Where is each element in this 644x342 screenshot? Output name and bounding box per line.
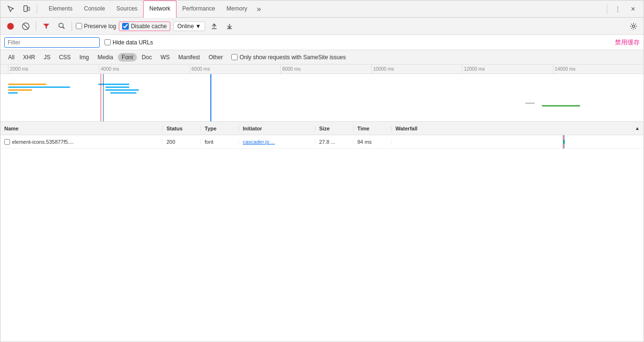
ruler-mark-1: 2000 ms [8, 64, 99, 74]
record-button[interactable] [4, 20, 17, 32]
hide-data-urls-label: Hide data URLs [113, 39, 153, 46]
td-waterfall [392, 135, 644, 149]
timeline-bar-blue-2 [8, 92, 18, 94]
td-time: 94 ms [353, 139, 392, 145]
network-throttle-select[interactable]: Online ▼ [173, 21, 206, 31]
row-initiator-link[interactable]: cascader.js:... [243, 139, 275, 145]
timeline-dark-blue-line [103, 74, 104, 122]
download-har-button[interactable] [223, 20, 236, 32]
th-initiator[interactable]: Initiator [239, 126, 315, 131]
row-name-value: element-icons.535877f5.... [12, 139, 74, 145]
th-type[interactable]: Type [201, 126, 239, 131]
svg-point-8 [633, 25, 635, 27]
svg-line-3 [23, 24, 28, 29]
disable-cache-checkbox[interactable] [122, 23, 129, 30]
online-label: Online [177, 23, 194, 30]
timeline-bar-blue-6 [110, 92, 136, 94]
row-size-value: 27.8 ... [319, 139, 335, 145]
row-select-checkbox[interactable] [4, 139, 10, 145]
filter-button[interactable] [40, 20, 52, 32]
cursor-icon[interactable] [4, 2, 18, 16]
timeline-vertical-line [210, 74, 211, 122]
timeline-area: 2000 ms 4000 ms 6000 ms 8000 ms 10000 ms… [0, 64, 644, 122]
timeline-body [0, 74, 644, 122]
wf-cell-bar [563, 140, 565, 144]
type-btn-other[interactable]: Other [205, 53, 227, 62]
tab-network[interactable]: Network [143, 0, 177, 18]
td-status: 200 [163, 139, 201, 145]
toolbar-divider-1 [36, 21, 36, 31]
ruler-mark-5: 10000 ms [371, 64, 462, 74]
table-header: Name Status Type Initiator Size Time Wat… [0, 122, 644, 135]
samesite-checkbox-wrap[interactable]: Only show requests with SameSite issues [231, 54, 346, 61]
close-devtools-button[interactable]: ✕ [626, 2, 640, 16]
type-btn-media[interactable]: Media [93, 53, 117, 62]
td-size: 27.8 ... [315, 139, 353, 145]
preserve-log-checkbox[interactable] [76, 23, 82, 29]
samesite-checkbox[interactable] [231, 54, 238, 60]
clear-button[interactable] [20, 20, 32, 32]
th-time[interactable]: Time [353, 126, 392, 131]
svg-line-5 [62, 27, 64, 29]
timeline-bar-green-1 [542, 105, 580, 107]
type-btn-css[interactable]: CSS [55, 53, 75, 62]
row-type-value: font [205, 139, 213, 145]
tab-performance[interactable]: Performance [177, 0, 221, 18]
svg-point-4 [59, 23, 63, 28]
th-status[interactable]: Status [163, 126, 201, 131]
type-btn-all[interactable]: All [4, 53, 18, 62]
th-name[interactable]: Name [0, 126, 163, 131]
tab-divider-2 [607, 4, 607, 14]
empty-table-space [0, 149, 644, 292]
tab-bar: Elements Console Sources Network Perform… [0, 0, 644, 18]
td-initiator: cascader.js:... [239, 139, 315, 145]
td-name: element-icons.535877f5.... [0, 139, 163, 145]
network-table: Name Status Type Initiator Size Time Wat… [0, 122, 644, 342]
tab-bar-left-icons [4, 2, 39, 16]
type-btn-manifest[interactable]: Manifest [175, 53, 204, 62]
toolbar-divider-2 [72, 21, 72, 31]
type-btn-xhr[interactable]: XHR [19, 53, 39, 62]
type-btn-img[interactable]: Img [75, 53, 93, 62]
timeline-bar-yellow-2 [8, 89, 32, 91]
preserve-log-label: Preserve log [84, 23, 116, 30]
tab-bar-right: ⋮ ✕ [605, 2, 640, 16]
td-type: font [201, 139, 239, 145]
search-button[interactable] [55, 20, 68, 32]
ruler-mark-4: 8000 ms [280, 64, 371, 74]
filter-input[interactable] [4, 37, 100, 48]
type-btn-ws[interactable]: WS [156, 53, 173, 62]
hide-data-urls-wrap[interactable]: Hide data URLs [104, 39, 153, 46]
device-icon[interactable] [20, 2, 33, 16]
row-time-value: 94 ms [357, 139, 372, 145]
tab-elements[interactable]: Elements [43, 0, 78, 18]
devtools-window: Elements Console Sources Network Perform… [0, 0, 644, 342]
table-row[interactable]: element-icons.535877f5.... 200 font casc… [0, 135, 644, 149]
more-options-button[interactable]: ⋮ [611, 2, 624, 16]
disable-cache-note: 禁用缓存 [615, 38, 640, 47]
timeline-bar-blue-5 [105, 89, 139, 91]
preserve-log-checkbox-wrap[interactable]: Preserve log [76, 23, 116, 30]
filter-right: 禁用缓存 [615, 38, 640, 47]
timeline-bar-blue-4 [105, 86, 129, 88]
type-btn-js[interactable]: JS [40, 53, 54, 62]
tab-memory[interactable]: Memory [221, 0, 253, 18]
ruler-mark-7: 14000 ms [553, 64, 644, 74]
tab-sources[interactable]: Sources [111, 0, 143, 18]
tab-more-button[interactable]: » [253, 5, 265, 13]
th-size[interactable]: Size [315, 126, 353, 131]
svg-rect-1 [28, 7, 30, 11]
type-btn-doc[interactable]: Doc [138, 53, 156, 62]
ruler-mark-2: 4000 ms [99, 64, 189, 74]
timeline-red-line [101, 74, 101, 122]
tab-divider-1 [37, 4, 37, 14]
row-status-value: 200 [166, 139, 175, 145]
tab-console[interactable]: Console [78, 0, 111, 18]
sort-arrow-icon: ▲ [635, 126, 640, 131]
hide-data-urls-checkbox[interactable] [104, 39, 111, 45]
record-circle-icon [7, 23, 14, 30]
network-settings-button[interactable] [627, 20, 640, 32]
upload-har-button[interactable] [208, 20, 220, 32]
th-waterfall[interactable]: Waterfall ▲ [392, 126, 644, 131]
type-btn-font[interactable]: Font [118, 53, 137, 62]
